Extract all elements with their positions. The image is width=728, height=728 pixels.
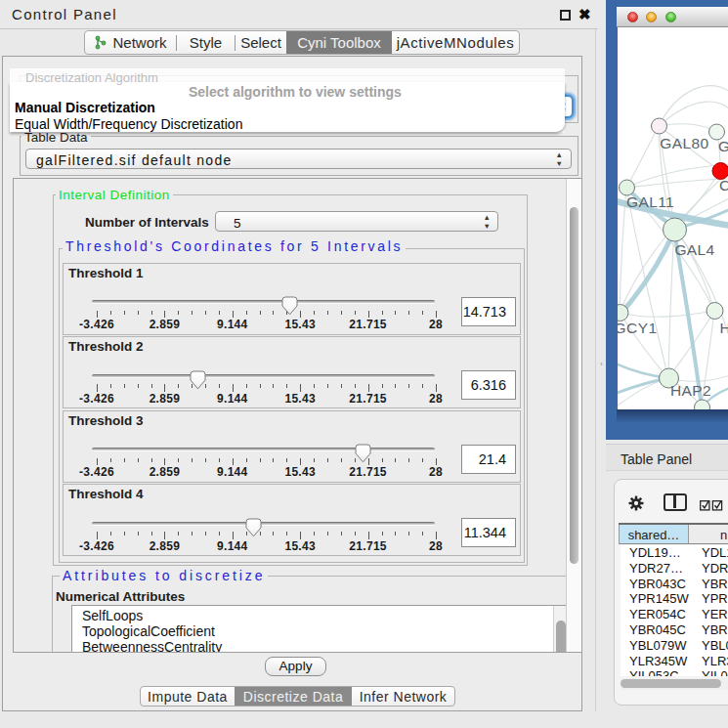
svg-text:GAL4: GAL4 [674,241,714,258]
svg-text:HAP2: HAP2 [669,382,710,399]
svg-text:GAL80: GAL80 [660,135,708,151]
svg-text:GAL11: GAL11 [625,193,673,210]
svg-text:G.: G. [718,138,728,154]
svg-text:C: C [719,177,728,193]
svg-text:H: H [719,320,728,336]
svg-text:GCY1: GCY1 [618,320,657,336]
